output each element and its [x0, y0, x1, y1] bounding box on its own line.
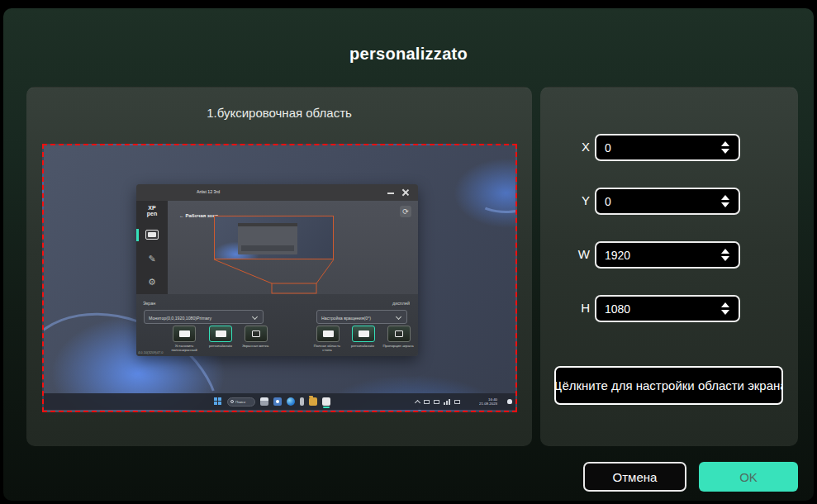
driver-sidebar: XP pen [136, 201, 168, 294]
drag-area-panel: 1.буксировочная область Artist 12 3rd XP [26, 87, 532, 446]
tray-window-icon [424, 400, 430, 404]
active-tab-indicator [136, 229, 139, 241]
spinner-down-icon[interactable] [721, 310, 729, 315]
minimize-icon [387, 193, 394, 194]
close-icon [401, 188, 409, 196]
x-input-box [595, 134, 740, 161]
mini-button-label: personalizzato [344, 344, 380, 348]
xppen-app-icon [322, 397, 330, 406]
chevron-down-icon [396, 314, 401, 320]
w-label: W [555, 247, 590, 261]
spinner-up-icon[interactable] [721, 302, 729, 307]
x-spinner [718, 141, 733, 154]
w-input-box [595, 241, 740, 269]
driver-version: 4.0.10(3209)47.0 [138, 351, 163, 355]
screen-ratio-button [387, 326, 411, 342]
search-icon [230, 400, 234, 403]
tray-pen-icon [434, 400, 439, 404]
display-tab-icon [145, 230, 159, 240]
mini-button-label: Полная область стола [309, 344, 344, 352]
chevron-down-icon [252, 314, 258, 320]
w-spinner [718, 249, 733, 261]
rotation-select: Настройка вращения(0°) [316, 310, 407, 324]
spinner-up-icon[interactable] [721, 195, 729, 200]
tray-folder-icon [454, 400, 460, 404]
w-input[interactable] [596, 249, 718, 262]
spinner-down-icon[interactable] [721, 256, 729, 261]
taskbar-clock: 16:40 21.09.2023 [479, 397, 497, 406]
search-label: Поиск [235, 400, 245, 404]
windows-taskbar: Поиск [44, 393, 517, 410]
x-label: X [555, 140, 590, 154]
system-tray: 16:40 21.09.2023 [416, 393, 497, 410]
configure-screen-area-button[interactable]: Щёлкните для настройки области экрана [554, 366, 783, 405]
customized-tablet-button [352, 326, 375, 342]
configure-screen-area-label: Щёлкните для настройки области экрана [554, 378, 783, 392]
mini-button-label: Экранная метка [237, 344, 273, 348]
spinner-down-icon[interactable] [721, 202, 729, 207]
projection-lines [168, 201, 418, 294]
h-label: H [555, 301, 590, 315]
display-section-label: дисплей [392, 301, 410, 306]
h-input[interactable] [596, 302, 718, 316]
monitor-select: Монитор(0,0,1920,1080)Primary [144, 310, 264, 324]
folder-icon [309, 397, 317, 406]
y-label: Y [555, 193, 590, 207]
drag-area-heading: 1.буксировочная область [26, 106, 532, 120]
driver-bottom-bar: Экран дисплей Монитор(0,0,1920,1080)Prim… [136, 294, 418, 356]
screen-section-label: Экран [143, 301, 155, 306]
usb-device-icon [300, 397, 304, 406]
set-fullscreen-button [173, 326, 196, 342]
mini-button-label: personalizzato [202, 344, 238, 348]
gear-tab-icon [136, 277, 168, 288]
y-input-box [595, 188, 740, 215]
search-pill: Поиск [227, 397, 255, 407]
dialog-surface: personalizzato 1.буксировочная область A… [3, 8, 814, 501]
edge-browser-icon [287, 397, 295, 406]
file-explorer-icon [260, 397, 268, 406]
customized-screen-button [209, 326, 232, 342]
wifi-volume-battery-icons [444, 399, 450, 405]
full-tablet-area-button [316, 326, 340, 342]
x-input[interactable] [596, 141, 718, 155]
h-spinner [718, 302, 733, 315]
pen-tab-icon [136, 254, 168, 264]
start-icon [214, 397, 222, 406]
dialog-title: personalizzato [3, 45, 814, 64]
xppen-logo: XP pen [140, 206, 164, 216]
cancel-button[interactable]: Отмена [583, 462, 686, 492]
driver-content: ← Рабочая зона [168, 201, 418, 294]
chevron-up-icon [415, 399, 420, 405]
ok-button[interactable]: OK [699, 462, 798, 492]
mini-button-label: Установить полноэкранный [166, 344, 202, 352]
coordinates-panel: X Y W [540, 87, 798, 446]
wallpaper-petal [444, 144, 517, 229]
y-spinner [718, 195, 733, 207]
spinner-down-icon[interactable] [721, 149, 729, 154]
custom-area-dialog: personalizzato 1.буксировочная область A… [0, 0, 817, 504]
y-input[interactable] [596, 195, 718, 208]
xppen-driver-window: Artist 12 3rd XP pen [136, 184, 418, 356]
spinner-up-icon[interactable] [721, 249, 729, 254]
driver-window-title: Artist 12 3rd [197, 189, 220, 194]
spinner-up-icon[interactable] [721, 141, 729, 146]
screen-mark-button [245, 326, 268, 342]
notification-bell-icon [507, 399, 512, 404]
mini-button-label: Пропорция экрана [380, 344, 416, 348]
paint-app-icon [273, 397, 282, 406]
screen-area-selection[interactable]: Artist 12 3rd XP pen [42, 144, 517, 412]
h-input-box [595, 295, 740, 322]
driver-titlebar: Artist 12 3rd [136, 184, 418, 201]
